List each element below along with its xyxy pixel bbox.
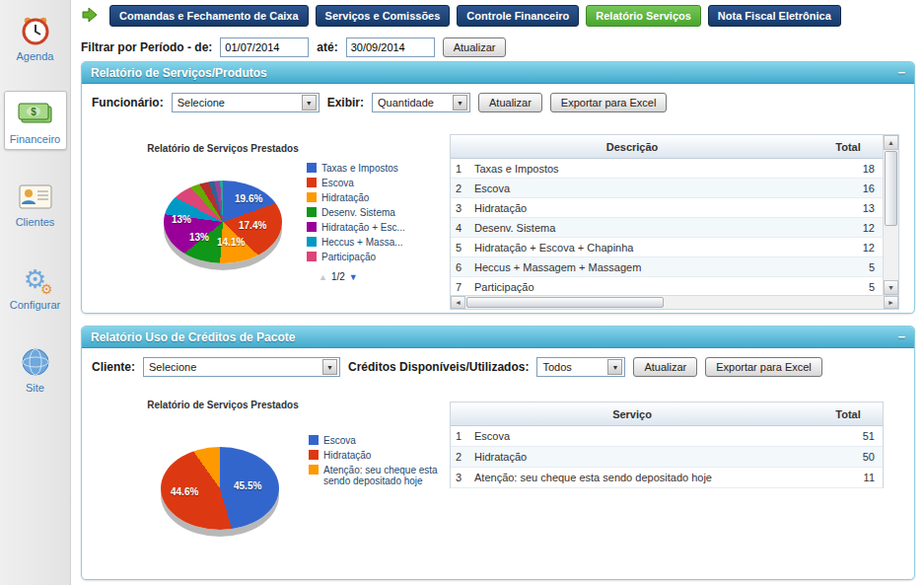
legend-swatch <box>309 450 319 460</box>
scroll-right-icon[interactable]: ► <box>884 296 898 309</box>
pie-slice-label: 17.4% <box>239 220 266 231</box>
legend-item: Atenção: seu cheque esta sendo depositad… <box>309 465 442 486</box>
legend-label: Escova <box>321 178 354 188</box>
main-content: Comandas e Fechamento de Caixa Serviços … <box>79 0 918 585</box>
collapse-icon[interactable]: − <box>897 65 905 80</box>
legend-item: Heccus + Massa... <box>307 237 405 248</box>
legend-label: Heccus + Massa... <box>321 237 403 248</box>
funcionario-select-value: Selecione <box>178 97 225 109</box>
row-total: 5 <box>814 281 883 293</box>
date-to-input[interactable] <box>346 37 435 57</box>
sidebar-item-clientes[interactable]: Clientes <box>4 174 67 233</box>
row-total: 50 <box>814 451 883 463</box>
row-number: 2 <box>451 183 472 194</box>
row-desc: Participação <box>472 281 814 293</box>
sidebar-item-financeiro[interactable]: $ Financeiro <box>4 91 67 150</box>
cliente-select[interactable]: Selecione ▼ <box>143 357 340 377</box>
panel1-update-button[interactable]: Atualizar <box>478 93 542 112</box>
pie-slice-label: 13% <box>189 232 209 243</box>
panel-creditos-pacote: Relatório Uso de Créditos de Pacote − Cl… <box>81 326 915 580</box>
row-total: 18 <box>814 163 883 175</box>
legend-swatch <box>307 222 317 232</box>
row-number: 5 <box>451 242 472 254</box>
nav-tab-nota-fiscal[interactable]: Nota Fiscal Eletrônica <box>708 5 841 27</box>
pie-slice-label: 44.6% <box>171 486 198 497</box>
row-desc: Hidratação <box>472 451 814 463</box>
legend-item: Escova <box>309 435 442 446</box>
vertical-scroll-thumb[interactable] <box>885 151 897 226</box>
scroll-up-icon[interactable]: ▲ <box>884 135 898 150</box>
legend-item: Taxas e Impostos <box>307 163 405 174</box>
legend-label: Desenv. Sistema <box>321 207 395 218</box>
row-total: 51 <box>814 430 883 442</box>
table-row: 6Heccus + Massagem + Massagem5 <box>451 257 883 277</box>
sidebar-item-agenda[interactable]: Agenda <box>4 8 67 67</box>
column-header-servico: Serviço <box>451 408 814 420</box>
row-number: 3 <box>451 472 472 483</box>
collapse-icon[interactable]: − <box>897 329 905 344</box>
period-filter: Filtrar por Período - de: até: Atualizar <box>79 29 918 63</box>
pie1-title: Relatório de Serviços Prestados <box>114 143 331 154</box>
row-number: 2 <box>451 451 472 463</box>
legend-prev-icon[interactable]: ▲ <box>319 272 327 282</box>
legend-item: Desenv. Sistema <box>307 207 405 218</box>
top-nav: Comandas e Fechamento de Caixa Serviços … <box>79 0 918 29</box>
creditos-label: Créditos Disponíveis/Utilizados: <box>348 360 529 374</box>
table-row: 1Taxas e Impostos18 <box>451 159 883 179</box>
creditos-select-value: Todos <box>542 361 571 373</box>
legend-item: Hidratação <box>307 192 405 203</box>
horizontal-scroll-thumb[interactable] <box>466 297 664 308</box>
green-arrow-icon[interactable] <box>81 7 99 25</box>
row-total: 5 <box>814 261 883 273</box>
dropdown-arrow-icon: ▼ <box>322 359 337 375</box>
panel2-export-excel-button[interactable]: Exportar para Excel <box>705 357 822 377</box>
legend-label: Atenção: seu cheque esta sendo depositad… <box>323 465 442 486</box>
nav-tab-controle-financeiro[interactable]: Controle Financeiro <box>457 5 579 27</box>
scroll-left-icon[interactable]: ◄ <box>451 296 465 309</box>
table-header-row: Serviço Total <box>451 402 883 426</box>
row-desc: Escova <box>472 183 814 194</box>
row-number: 4 <box>451 222 472 234</box>
table-row: 7Participação5 <box>451 277 883 297</box>
legend-swatch <box>307 237 317 247</box>
panel2-controls: Cliente: Selecione ▼ Créditos Disponívei… <box>82 348 914 386</box>
nav-tab-servicos-comissoes[interactable]: Serviços e Comissões <box>316 5 451 27</box>
sidebar-item-configurar[interactable]: ⚙⚙ Configurar <box>4 256 67 316</box>
legend-item: Escova <box>307 178 405 188</box>
sidebar-item-site[interactable]: Site <box>4 339 67 399</box>
legend-swatch <box>307 207 317 217</box>
sidebar: Agenda $ Financeiro Clientes <box>0 0 71 585</box>
legend-item: Hidratação + Esc... <box>307 222 405 233</box>
nav-tab-comandas[interactable]: Comandas e Fechamento de Caixa <box>109 5 309 27</box>
legend-label: Escova <box>323 435 356 446</box>
legend-pagination: ▲ 1/2 ▼ <box>319 271 405 282</box>
creditos-select[interactable]: Todos ▼ <box>536 357 625 377</box>
legend-swatch <box>307 163 317 173</box>
panel2-update-button[interactable]: Atualizar <box>633 357 697 377</box>
pie2-title: Relatório de Serviços Prestados <box>114 400 331 410</box>
row-number: 1 <box>451 430 472 442</box>
exibir-select[interactable]: Quantidade ▼ <box>372 93 470 112</box>
creditos-table: Serviço Total 1Escova51 2Hidratação50 3A… <box>450 402 884 488</box>
pie-slice-label: 13% <box>172 214 191 225</box>
row-total: 13 <box>814 202 883 214</box>
filter-update-button[interactable]: Atualizar <box>443 37 507 57</box>
funcionario-select[interactable]: Selecione ▼ <box>172 93 320 112</box>
vertical-scrollbar[interactable]: ▲ ▼ <box>883 135 898 295</box>
until-label: até: <box>317 40 337 54</box>
horizontal-scrollbar[interactable]: ◄ ► <box>451 295 898 309</box>
sidebar-item-label: Clientes <box>16 216 55 228</box>
sidebar-item-label: Configurar <box>10 299 60 311</box>
filter-label: Filtrar por Período - de: <box>81 40 212 54</box>
table-header-row: Descrição Total <box>451 135 883 159</box>
panel1-export-excel-button[interactable]: Exportar para Excel <box>550 93 668 112</box>
pie-slice-label: 45.5% <box>234 480 261 491</box>
scroll-down-icon[interactable]: ▼ <box>884 280 898 295</box>
legend-label: Taxas e Impostos <box>321 163 398 174</box>
date-from-input[interactable] <box>220 37 309 57</box>
gear-icon: ⚙⚙ <box>17 262 54 296</box>
legend-next-icon[interactable]: ▼ <box>349 272 358 282</box>
legend-label: Hidratação <box>323 450 371 461</box>
row-total: 11 <box>814 472 883 483</box>
nav-tab-relatorio-servicos[interactable]: Relatório Serviços <box>586 5 701 27</box>
